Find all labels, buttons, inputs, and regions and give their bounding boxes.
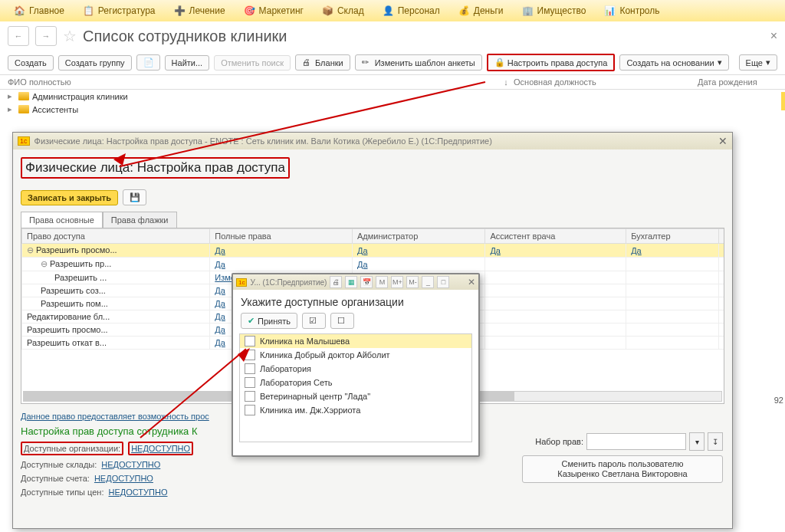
grid-col-header[interactable]: Ассистент врача bbox=[485, 229, 626, 244]
grid-row-name[interactable]: Разрешить соз... bbox=[22, 284, 210, 297]
org-list-item[interactable]: Клиника им. Дж.Хэрриота bbox=[240, 403, 471, 417]
org-list-item[interactable]: Лаборатория bbox=[240, 362, 471, 376]
kv-value[interactable]: НЕДОСТУПНО bbox=[94, 474, 153, 483]
checkbox[interactable] bbox=[245, 336, 255, 346]
grid-col-header[interactable]: Полные права bbox=[210, 229, 353, 244]
grid-cell[interactable]: Да bbox=[210, 258, 353, 271]
grid-col-header[interactable]: Право доступа bbox=[22, 229, 210, 244]
nav-fwd-button[interactable]: → bbox=[35, 26, 57, 46]
org-list-item[interactable]: Ветеринарный центр "Лада" bbox=[240, 389, 471, 403]
checkbox[interactable] bbox=[245, 391, 255, 402]
grid-row-name[interactable]: Редактирование бл... bbox=[22, 310, 210, 323]
grid-cell[interactable]: Да bbox=[485, 244, 626, 258]
kv-value[interactable]: НЕДОСТУПНО bbox=[128, 442, 193, 455]
grid-cell[interactable] bbox=[485, 284, 626, 297]
tab-flags[interactable]: Права флажки bbox=[103, 212, 177, 228]
accept-button[interactable]: ✔Принять bbox=[241, 313, 297, 329]
grid-row-name[interactable]: ⊖ Разрешить просмо... bbox=[22, 244, 210, 258]
menu-main[interactable]: 🏠Главное bbox=[6, 2, 72, 19]
folder-row-0[interactable]: ▸Администрация клиники bbox=[0, 90, 785, 103]
popup-mplus-button[interactable]: M+ bbox=[391, 276, 403, 288]
grid-cell[interactable] bbox=[626, 310, 719, 323]
dropdown-icon[interactable]: ▾ bbox=[689, 432, 705, 451]
sort-icon[interactable]: ↓ bbox=[498, 77, 514, 87]
popup-print-icon[interactable]: 🖨 bbox=[330, 276, 342, 288]
menu-property[interactable]: 🏢Имущество bbox=[514, 2, 594, 19]
menu-treatment[interactable]: ➕Лечение bbox=[166, 2, 233, 19]
clear-icon[interactable]: ↧ bbox=[708, 432, 723, 451]
grid-cell[interactable] bbox=[719, 258, 724, 271]
grid-cell[interactable] bbox=[719, 337, 724, 350]
col-dob[interactable]: Дата рождения bbox=[698, 77, 757, 87]
create-button[interactable]: Создать bbox=[8, 55, 54, 71]
nav-back-button[interactable]: ← bbox=[8, 26, 29, 46]
popup-min-icon[interactable]: _ bbox=[422, 276, 434, 288]
grid-cell[interactable] bbox=[485, 297, 626, 310]
popup-mminus-button[interactable]: M- bbox=[406, 276, 419, 288]
grid-cell[interactable]: Да bbox=[352, 244, 484, 258]
org-list-item[interactable]: Лаборатория Сеть bbox=[240, 376, 471, 389]
grid-row-name[interactable]: Разрешить ... bbox=[22, 271, 210, 284]
grid-cell[interactable] bbox=[626, 258, 719, 271]
create-group-button[interactable]: Создать группу bbox=[58, 55, 132, 71]
grid-cell[interactable]: Да bbox=[626, 244, 719, 258]
grid-cell[interactable] bbox=[485, 310, 626, 323]
edit-template-button[interactable]: ✏Изменить шаблон анкеты bbox=[355, 54, 482, 71]
popup-grid-icon[interactable]: ▦ bbox=[345, 276, 357, 288]
checkbox[interactable] bbox=[245, 350, 255, 360]
grid-cell[interactable] bbox=[485, 271, 626, 284]
select-all-button[interactable]: ☑ bbox=[302, 313, 326, 329]
popup-close-icon[interactable]: ✕ bbox=[468, 277, 475, 287]
kv-value[interactable]: НЕДОСТУПНО bbox=[109, 488, 168, 497]
grid-row-name[interactable]: ⊖ Разрешить пр... bbox=[22, 258, 210, 271]
org-list-item[interactable]: Клиника на Малышева bbox=[240, 334, 471, 348]
grid-cell[interactable] bbox=[485, 258, 626, 271]
grid-row-name[interactable]: Разрешить пом... bbox=[22, 297, 210, 310]
grid-cell[interactable] bbox=[719, 271, 724, 284]
grid-cell[interactable] bbox=[626, 297, 719, 310]
grid-cell[interactable] bbox=[626, 323, 719, 337]
copy-button[interactable]: 📄 bbox=[136, 54, 160, 71]
kv-value[interactable]: НЕДОСТУПНО bbox=[101, 460, 160, 469]
grid-cell[interactable]: Да bbox=[352, 258, 484, 271]
menu-control[interactable]: 📊Контроль bbox=[596, 2, 667, 19]
popup-titlebar[interactable]: 1c У... (1С:Предприятие) 🖨 ▦ 📅 M M+ M- _… bbox=[233, 274, 478, 290]
grid-cell[interactable] bbox=[485, 337, 626, 350]
close-icon[interactable]: × bbox=[770, 29, 777, 43]
blanks-button[interactable]: 🖨Бланки bbox=[295, 54, 350, 71]
modal-close-icon[interactable]: ✕ bbox=[718, 135, 728, 147]
favorite-icon[interactable]: ☆ bbox=[63, 27, 77, 45]
checkbox[interactable] bbox=[245, 377, 255, 388]
find-button[interactable]: Найти... bbox=[165, 55, 210, 71]
menu-staff[interactable]: 👤Персонал bbox=[375, 2, 448, 19]
create-based-button[interactable]: Создать на основании ▾ bbox=[619, 54, 728, 71]
deselect-all-button[interactable]: ☐ bbox=[330, 313, 354, 329]
popup-cal-icon[interactable]: 📅 bbox=[360, 276, 373, 288]
grid-cell[interactable] bbox=[626, 337, 719, 350]
popup-m-button[interactable]: M bbox=[376, 276, 388, 288]
more-button[interactable]: Еще ▾ bbox=[739, 54, 777, 71]
grid-cell[interactable] bbox=[626, 271, 719, 284]
grid-cell[interactable] bbox=[719, 284, 724, 297]
col-fio[interactable]: ФИО полностью bbox=[8, 77, 498, 87]
grid-cell[interactable] bbox=[626, 284, 719, 297]
grid-cell[interactable] bbox=[719, 323, 724, 337]
menu-marketing[interactable]: 🎯Маркетинг bbox=[236, 2, 311, 19]
modal-titlebar[interactable]: 1c Физические лица: Настройка прав досту… bbox=[13, 133, 732, 149]
popup-max-icon[interactable]: □ bbox=[437, 276, 449, 288]
grid-cell[interactable] bbox=[485, 323, 626, 337]
folder-row-1[interactable]: ▸Ассистенты bbox=[0, 103, 785, 116]
tab-main-rights[interactable]: Права основные bbox=[21, 212, 103, 228]
grid-row-name[interactable]: Разрешить просмо... bbox=[22, 323, 210, 337]
grid-row-name[interactable]: Разрешить откат в... bbox=[22, 337, 210, 350]
menu-stock[interactable]: 📦Склад bbox=[314, 2, 372, 19]
checkbox[interactable] bbox=[245, 405, 255, 415]
change-password-button[interactable]: Сменить пароль пользователюКазыренко Све… bbox=[522, 455, 723, 483]
checkbox[interactable] bbox=[245, 363, 255, 374]
grid-col-header[interactable]: Врач bbox=[719, 229, 724, 244]
rights-set-input[interactable] bbox=[586, 433, 686, 450]
access-rights-button[interactable]: 🔒Настроить права доступа bbox=[487, 54, 616, 71]
grid-cell[interactable]: Да bbox=[210, 244, 353, 258]
grid-col-header[interactable]: Бухгалтер bbox=[626, 229, 719, 244]
org-list[interactable]: Клиника на МалышеваКлиника Добрый доктор… bbox=[239, 333, 472, 442]
